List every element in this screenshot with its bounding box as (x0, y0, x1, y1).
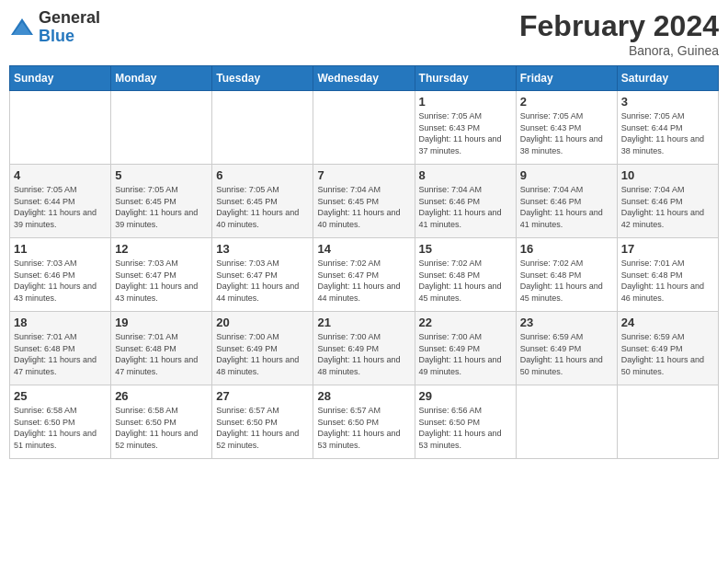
weekday-header-thursday: Thursday (415, 66, 516, 91)
calendar-cell: 15Sunrise: 7:02 AM Sunset: 6:48 PM Dayli… (415, 238, 516, 312)
day-info: Sunrise: 7:05 AM Sunset: 6:44 PM Dayligh… (14, 184, 107, 230)
calendar-cell: 7Sunrise: 7:04 AM Sunset: 6:45 PM Daylig… (313, 165, 415, 238)
day-number: 26 (115, 389, 208, 403)
location: Banora, Guinea (519, 43, 719, 58)
calendar-cell (10, 91, 111, 165)
day-info: Sunrise: 6:59 AM Sunset: 6:49 PM Dayligh… (621, 331, 714, 377)
calendar-cell: 24Sunrise: 6:59 AM Sunset: 6:49 PM Dayli… (617, 312, 718, 385)
day-number: 1 (419, 95, 512, 109)
calendar-cell: 6Sunrise: 7:05 AM Sunset: 6:45 PM Daylig… (212, 165, 313, 238)
day-info: Sunrise: 6:57 AM Sunset: 6:50 PM Dayligh… (317, 405, 410, 451)
calendar-cell: 5Sunrise: 7:05 AM Sunset: 6:45 PM Daylig… (111, 165, 212, 238)
week-row-3: 11Sunrise: 7:03 AM Sunset: 6:46 PM Dayli… (10, 238, 719, 312)
calendar-cell: 1Sunrise: 7:05 AM Sunset: 6:43 PM Daylig… (415, 91, 516, 165)
weekday-header-wednesday: Wednesday (313, 66, 415, 91)
day-number: 14 (317, 242, 410, 256)
calendar-cell: 4Sunrise: 7:05 AM Sunset: 6:44 PM Daylig… (10, 165, 111, 238)
day-info: Sunrise: 7:02 AM Sunset: 6:47 PM Dayligh… (317, 258, 410, 304)
day-info: Sunrise: 7:03 AM Sunset: 6:47 PM Dayligh… (115, 258, 208, 304)
week-row-5: 25Sunrise: 6:58 AM Sunset: 6:50 PM Dayli… (10, 385, 719, 459)
calendar-cell: 22Sunrise: 7:00 AM Sunset: 6:49 PM Dayli… (415, 312, 516, 385)
day-number: 25 (14, 389, 107, 403)
calendar-cell: 17Sunrise: 7:01 AM Sunset: 6:48 PM Dayli… (617, 238, 718, 312)
day-info: Sunrise: 7:00 AM Sunset: 6:49 PM Dayligh… (216, 331, 309, 377)
day-number: 17 (621, 242, 714, 256)
day-number: 19 (115, 316, 208, 329)
day-number: 23 (520, 316, 613, 329)
calendar-cell: 29Sunrise: 6:56 AM Sunset: 6:50 PM Dayli… (415, 385, 516, 459)
week-row-4: 18Sunrise: 7:01 AM Sunset: 6:48 PM Dayli… (10, 312, 719, 385)
page-header: General Blue February 2024 Banora, Guine… (9, 9, 719, 58)
day-number: 2 (520, 95, 613, 109)
day-number: 29 (419, 389, 512, 403)
calendar-cell (617, 385, 718, 459)
logo-blue: Blue (39, 27, 74, 45)
day-info: Sunrise: 7:04 AM Sunset: 6:46 PM Dayligh… (520, 184, 613, 230)
day-number: 6 (216, 168, 309, 182)
calendar-cell: 13Sunrise: 7:03 AM Sunset: 6:47 PM Dayli… (212, 238, 313, 312)
calendar-cell (313, 91, 415, 165)
calendar-cell: 25Sunrise: 6:58 AM Sunset: 6:50 PM Dayli… (10, 385, 111, 459)
day-info: Sunrise: 6:58 AM Sunset: 6:50 PM Dayligh… (115, 405, 208, 451)
day-number: 21 (317, 316, 410, 329)
title-block: February 2024 Banora, Guinea (519, 9, 719, 58)
day-info: Sunrise: 6:56 AM Sunset: 6:50 PM Dayligh… (419, 405, 512, 451)
week-row-2: 4Sunrise: 7:05 AM Sunset: 6:44 PM Daylig… (10, 165, 719, 238)
calendar-cell: 27Sunrise: 6:57 AM Sunset: 6:50 PM Dayli… (212, 385, 313, 459)
day-info: Sunrise: 7:01 AM Sunset: 6:48 PM Dayligh… (14, 331, 107, 377)
day-number: 15 (419, 242, 512, 256)
weekday-header-row: SundayMondayTuesdayWednesdayThursdayFrid… (10, 66, 719, 91)
calendar-cell: 3Sunrise: 7:05 AM Sunset: 6:44 PM Daylig… (617, 91, 718, 165)
calendar-cell: 18Sunrise: 7:01 AM Sunset: 6:48 PM Dayli… (10, 312, 111, 385)
day-number: 18 (14, 316, 107, 329)
day-info: Sunrise: 6:57 AM Sunset: 6:50 PM Dayligh… (216, 405, 309, 451)
day-info: Sunrise: 7:03 AM Sunset: 6:47 PM Dayligh… (216, 258, 309, 304)
day-info: Sunrise: 7:04 AM Sunset: 6:46 PM Dayligh… (419, 184, 512, 230)
day-number: 13 (216, 242, 309, 256)
day-info: Sunrise: 7:04 AM Sunset: 6:46 PM Dayligh… (621, 184, 714, 230)
logo: General Blue (9, 9, 100, 46)
day-info: Sunrise: 7:05 AM Sunset: 6:43 PM Dayligh… (520, 110, 613, 156)
weekday-header-friday: Friday (516, 66, 617, 91)
day-number: 28 (317, 389, 410, 403)
calendar-cell: 21Sunrise: 7:00 AM Sunset: 6:49 PM Dayli… (313, 312, 415, 385)
calendar-cell: 26Sunrise: 6:58 AM Sunset: 6:50 PM Dayli… (111, 385, 212, 459)
calendar-cell: 14Sunrise: 7:02 AM Sunset: 6:47 PM Dayli… (313, 238, 415, 312)
day-info: Sunrise: 7:00 AM Sunset: 6:49 PM Dayligh… (317, 331, 410, 377)
day-info: Sunrise: 7:05 AM Sunset: 6:44 PM Dayligh… (621, 110, 714, 156)
calendar-cell: 8Sunrise: 7:04 AM Sunset: 6:46 PM Daylig… (415, 165, 516, 238)
day-info: Sunrise: 6:58 AM Sunset: 6:50 PM Dayligh… (14, 405, 107, 451)
day-info: Sunrise: 7:02 AM Sunset: 6:48 PM Dayligh… (419, 258, 512, 304)
day-info: Sunrise: 7:00 AM Sunset: 6:49 PM Dayligh… (419, 331, 512, 377)
weekday-header-saturday: Saturday (617, 66, 718, 91)
day-number: 8 (419, 168, 512, 182)
logo-general: General (39, 8, 100, 27)
day-number: 4 (14, 168, 107, 182)
day-number: 24 (621, 316, 714, 329)
day-number: 7 (317, 168, 410, 182)
calendar-cell (111, 91, 212, 165)
calendar-cell: 28Sunrise: 6:57 AM Sunset: 6:50 PM Dayli… (313, 385, 415, 459)
day-number: 16 (520, 242, 613, 256)
week-row-1: 1Sunrise: 7:05 AM Sunset: 6:43 PM Daylig… (10, 91, 719, 165)
logo-icon (9, 15, 35, 40)
day-number: 12 (115, 242, 208, 256)
calendar-cell: 23Sunrise: 6:59 AM Sunset: 6:49 PM Dayli… (516, 312, 617, 385)
day-number: 3 (621, 95, 714, 109)
day-info: Sunrise: 7:04 AM Sunset: 6:45 PM Dayligh… (317, 184, 410, 230)
calendar-cell: 12Sunrise: 7:03 AM Sunset: 6:47 PM Dayli… (111, 238, 212, 312)
calendar-cell: 20Sunrise: 7:00 AM Sunset: 6:49 PM Dayli… (212, 312, 313, 385)
calendar-cell (212, 91, 313, 165)
month-title: February 2024 (519, 9, 719, 43)
day-info: Sunrise: 7:05 AM Sunset: 6:45 PM Dayligh… (216, 184, 309, 230)
calendar-table: SundayMondayTuesdayWednesdayThursdayFrid… (9, 65, 719, 459)
day-info: Sunrise: 7:01 AM Sunset: 6:48 PM Dayligh… (621, 258, 714, 304)
weekday-header-monday: Monday (111, 66, 212, 91)
day-number: 9 (520, 168, 613, 182)
calendar-cell: 10Sunrise: 7:04 AM Sunset: 6:46 PM Dayli… (617, 165, 718, 238)
calendar-cell: 19Sunrise: 7:01 AM Sunset: 6:48 PM Dayli… (111, 312, 212, 385)
calendar-cell: 9Sunrise: 7:04 AM Sunset: 6:46 PM Daylig… (516, 165, 617, 238)
weekday-header-sunday: Sunday (10, 66, 111, 91)
calendar-cell: 16Sunrise: 7:02 AM Sunset: 6:48 PM Dayli… (516, 238, 617, 312)
calendar-cell: 11Sunrise: 7:03 AM Sunset: 6:46 PM Dayli… (10, 238, 111, 312)
